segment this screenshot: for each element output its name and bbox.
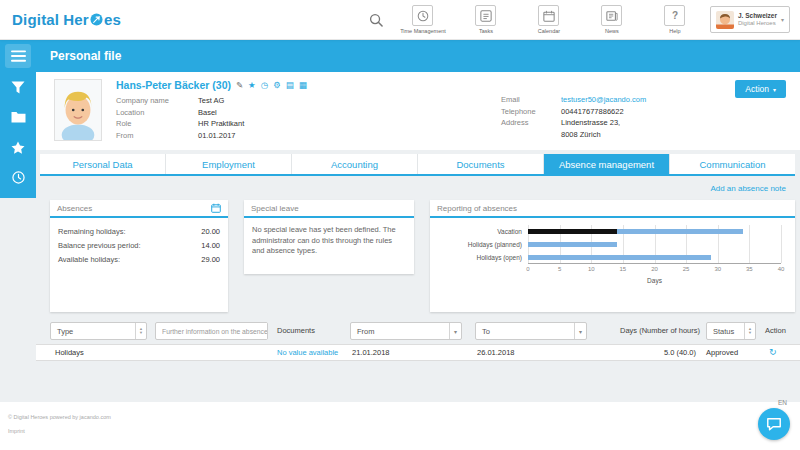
to-date-select[interactable]: To ▾ — [475, 322, 587, 340]
page-header-band: Personal file — [0, 40, 800, 72]
type-select[interactable]: Type ▲▼ — [50, 322, 147, 340]
chat-bubble-icon — [766, 416, 782, 432]
profile-avatar — [54, 79, 102, 141]
chevron-down-icon: ▾ — [574, 323, 586, 339]
absences-panel: Absences Remaining holidays:20.00 Balanc… — [50, 200, 228, 312]
clock-icon — [412, 5, 433, 26]
news-icon — [601, 5, 622, 26]
sidebar — [0, 40, 36, 198]
chat-widget-button[interactable] — [758, 408, 790, 440]
chart-bar-row — [528, 225, 781, 238]
email-link[interactable]: testuser50@jacando.com — [561, 94, 646, 106]
absence-table-row: Holidays No value available 21.01.2018 2… — [36, 344, 800, 361]
chart-tick-label: 10 — [588, 266, 595, 272]
edit-icon[interactable]: ✎ — [236, 81, 243, 90]
absence-stat-row: Balance previous period:14.00 — [58, 241, 220, 250]
field-value: Test AG — [198, 95, 224, 107]
folder-icon — [11, 111, 26, 123]
filter-icon — [11, 81, 25, 94]
field-label: Telephone — [501, 106, 561, 118]
calendar-icon — [538, 5, 559, 26]
chart-tick-label: 5 — [558, 266, 561, 272]
reporting-panel: Reporting of absences VacationHolidays (… — [430, 200, 795, 312]
cell-status: Approved — [706, 345, 738, 360]
logo-text-1: Digital — [12, 11, 59, 28]
action-button[interactable]: Action ▾ — [735, 80, 786, 98]
cell-to: 26.01.2018 — [477, 345, 515, 360]
tab-documents[interactable]: Documents — [417, 154, 543, 174]
employee-name: Hans-Peter Bäcker (30) — [116, 79, 231, 91]
chevron-down-icon: ▾ — [781, 16, 784, 23]
topbar-item-label: Calendar — [538, 28, 560, 34]
profile-card: Hans-Peter Bäcker (30) ✎ ★ ◷ ⚙ ▤ ▦ Compa… — [36, 72, 800, 150]
hamburger-icon — [5, 44, 31, 68]
absence-stat-row: Remaining holidays:20.00 — [58, 227, 220, 236]
settings-icon[interactable]: ⚙ — [273, 81, 281, 90]
sidebar-item-filter[interactable] — [0, 72, 36, 102]
chevron-down-icon: ▾ — [449, 323, 461, 339]
language-label[interactable]: EN — [778, 399, 787, 406]
topbar: DigitalHeres Time Management Tasks Calen… — [0, 0, 800, 40]
sidebar-item-favorites[interactable] — [0, 132, 36, 162]
chart-gridline — [781, 225, 782, 263]
tab-absence-management[interactable]: Absence management — [543, 154, 669, 174]
tab-accounting[interactable]: Accounting — [291, 154, 417, 174]
profile-fields-right: Emailtestuser50@jacando.com Telephone004… — [501, 94, 646, 140]
topbar-item-label: Tasks — [479, 28, 493, 34]
chart-category-labels: VacationHolidays (planned)Holidays (open… — [436, 225, 528, 264]
add-absence-note-link[interactable]: Add an absence note — [710, 184, 786, 193]
imprint-link[interactable]: Imprint — [8, 428, 25, 434]
absence-filter-row: Type ▲▼ Documents From ▾ To ▾ Days (Numb… — [36, 322, 800, 340]
select-spinner-icon: ▲▼ — [135, 323, 146, 339]
topbar-item-label: News — [605, 28, 619, 34]
field-label: Location — [116, 107, 198, 119]
user-menu[interactable]: J. Schweizer Digital Heroes ▾ — [710, 6, 790, 33]
from-date-select[interactable]: From ▾ — [350, 322, 462, 340]
field-value: 8008 Zürich — [561, 129, 601, 141]
favorite-icon[interactable]: ★ — [248, 81, 256, 90]
field-value: 01.01.2017 — [198, 130, 236, 142]
tab-employment[interactable]: Employment — [165, 154, 291, 174]
calendar-icon[interactable] — [211, 203, 221, 213]
chart-tick-label: 30 — [714, 266, 721, 272]
field-value: Basel — [198, 107, 217, 119]
field-value: Lindenstrasse 23, — [561, 117, 620, 129]
profile-main: Hans-Peter Bäcker (30) ✎ ★ ◷ ⚙ ▤ ▦ Compa… — [116, 79, 307, 141]
tab-communication[interactable]: Communication — [669, 154, 795, 174]
status-select[interactable]: Status ▲▼ — [706, 322, 756, 340]
field-value: 004417677886622 — [561, 106, 624, 118]
tab-personal-data[interactable]: Personal Data — [40, 154, 165, 174]
chart-x-axis-label: Days — [528, 277, 781, 284]
refresh-icon[interactable]: ↻ — [769, 345, 777, 360]
history-icon[interactable]: ◷ — [261, 81, 268, 90]
field-label: Address — [501, 117, 561, 129]
sidebar-item-history[interactable] — [0, 162, 36, 192]
chart-bar-row — [528, 251, 781, 264]
topbar-item-calendar[interactable]: Calendar — [521, 5, 577, 34]
sidebar-item-files[interactable] — [0, 102, 36, 132]
absence-info-input[interactable] — [162, 323, 267, 339]
topbar-item-help[interactable]: ? Help — [647, 5, 703, 34]
chart-bar-segment — [528, 229, 617, 234]
field-label: Company name — [116, 95, 198, 107]
topbar-item-news[interactable]: News — [584, 5, 640, 34]
profile-fields-left: Company nameTest AG LocationBasel RoleHR… — [116, 95, 307, 141]
search-button[interactable] — [369, 13, 383, 27]
org-icon[interactable]: ▦ — [299, 81, 307, 90]
absence-stat-row: Available holidays:29.00 — [58, 255, 220, 264]
clock-icon — [12, 171, 25, 184]
topbar-item-time-management[interactable]: Time Management — [395, 5, 451, 34]
chart-plot — [528, 225, 781, 264]
absence-panels: Absences Remaining holidays:20.00 Balanc… — [50, 200, 795, 312]
select-spinner-icon: ▲▼ — [744, 323, 755, 339]
topbar-item-tasks[interactable]: Tasks — [458, 5, 514, 34]
search-icon — [369, 13, 383, 27]
chart-category-label: Vacation — [436, 225, 528, 238]
app-logo[interactable]: DigitalHeres — [12, 11, 121, 28]
print-icon[interactable]: ▤ — [286, 81, 294, 90]
from-date-value: From — [357, 327, 445, 336]
topbar-item-label: Time Management — [400, 28, 446, 34]
field-label-spacer — [501, 129, 561, 141]
sidebar-menu-button[interactable] — [0, 40, 36, 72]
app-screen: DigitalHeres Time Management Tasks Calen… — [0, 0, 800, 450]
